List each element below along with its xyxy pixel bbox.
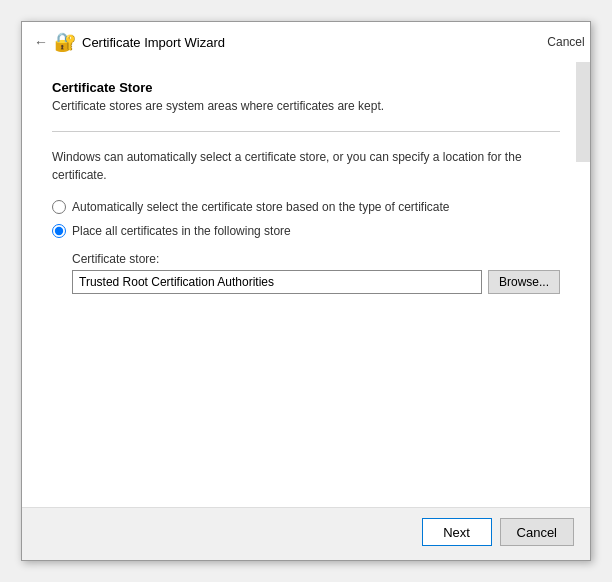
manual-select-option[interactable]: Place all certificates in the following … — [52, 224, 560, 238]
close-button[interactable]: Cancel — [554, 30, 578, 54]
store-field-group: Certificate store: Browse... — [72, 252, 560, 294]
section-title: Certificate Store — [52, 80, 560, 95]
scrollbar[interactable] — [576, 62, 590, 162]
back-button[interactable]: ← — [34, 34, 48, 50]
manual-select-radio[interactable] — [52, 224, 66, 238]
dialog-title: Certificate Import Wizard — [82, 35, 225, 50]
wizard-icon: 🔐 — [54, 31, 76, 53]
store-field-label: Certificate store: — [72, 252, 560, 266]
auto-select-radio[interactable] — [52, 200, 66, 214]
browse-button[interactable]: Browse... — [488, 270, 560, 294]
auto-select-option[interactable]: Automatically select the certificate sto… — [52, 200, 560, 214]
certificate-store-input[interactable] — [72, 270, 482, 294]
cancel-button[interactable]: Cancel — [500, 518, 574, 546]
section-description: Certificate stores are system areas wher… — [52, 99, 560, 113]
auto-select-label: Automatically select the certificate sto… — [72, 200, 450, 214]
manual-select-label: Place all certificates in the following … — [72, 224, 291, 238]
next-button[interactable]: Next — [422, 518, 492, 546]
intro-text: Windows can automatically select a certi… — [52, 148, 560, 184]
title-bar-left: ← 🔐 Certificate Import Wizard — [34, 31, 546, 53]
dialog-content: Certificate Store Certificate stores are… — [22, 60, 590, 507]
certificate-import-wizard-dialog: ← 🔐 Certificate Import Wizard Cancel Cer… — [21, 21, 591, 561]
title-bar: ← 🔐 Certificate Import Wizard Cancel — [22, 22, 590, 60]
section-header: Certificate Store Certificate stores are… — [52, 80, 560, 113]
divider — [52, 131, 560, 132]
dialog-footer: Next Cancel — [22, 507, 590, 560]
store-input-row: Browse... — [72, 270, 560, 294]
